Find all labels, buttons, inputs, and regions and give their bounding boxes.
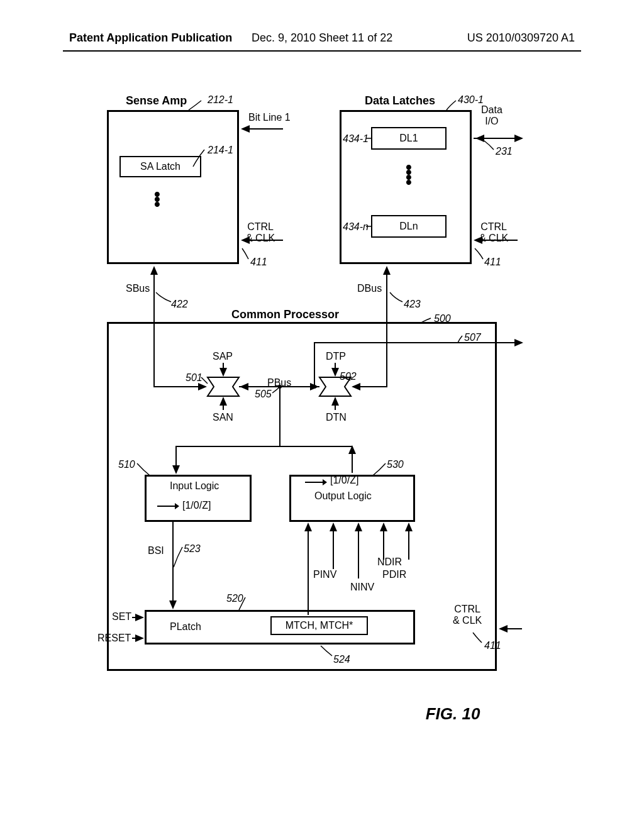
header-divider (63, 50, 581, 52)
header-mid: Dec. 9, 2010 Sheet 11 of 22 (252, 31, 392, 45)
header-right: US 2010/0309720 A1 (467, 31, 575, 45)
arrows-layer (82, 94, 560, 723)
diagram-container: Sense Amp SA Latch ••• Bit Line 1 CTRL &… (82, 94, 560, 723)
header-left: Patent Application Publication (69, 31, 232, 45)
figure-title: FIG. 10 (426, 704, 480, 724)
